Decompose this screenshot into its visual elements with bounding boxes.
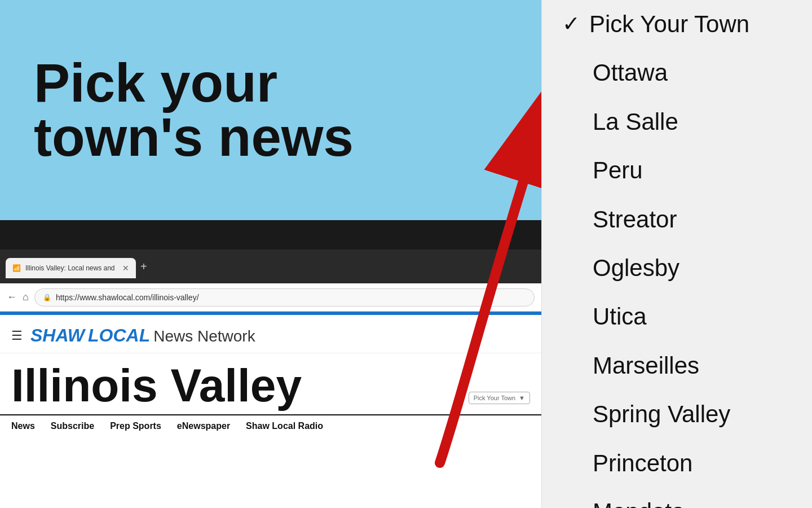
dropdown-overlay: ✓Pick Your TownOttawaLa SallePeruStreato… <box>541 0 812 508</box>
dropdown-list: ✓Pick Your TownOttawaLa SallePeruStreato… <box>542 0 812 508</box>
nav-item-news[interactable]: News <box>11 421 35 431</box>
page-title-area: Illinois Valley Pick Your Town ▼ <box>0 353 541 414</box>
nav-item-enewspaper[interactable]: eNewspaper <box>177 421 230 431</box>
address-bar[interactable]: 🔒 https://www.shawlocal.com/illinois-val… <box>34 288 535 306</box>
back-button[interactable]: ← <box>7 291 17 303</box>
logo-shaw-text: SHAW <box>30 325 85 346</box>
dropdown-item-label: Mendota <box>593 498 685 508</box>
dropdown-item-label: Princeton <box>593 449 692 478</box>
nav-item-subscribe[interactable]: Subscribe <box>51 421 94 431</box>
hero-line2: town's news <box>34 110 354 164</box>
nav-item-prep-sports[interactable]: Prep Sports <box>110 421 161 431</box>
site-nav: News Subscribe Prep Sports eNewspaper Sh… <box>0 414 541 437</box>
pick-town-label: Pick Your Town <box>474 395 515 401</box>
wifi-icon: 📶 <box>12 264 21 272</box>
dropdown-arrow-icon: ▼ <box>519 395 525 401</box>
dropdown-item-7[interactable]: Marseilles <box>542 341 812 390</box>
dropdown-item-label: Marseilles <box>593 352 699 380</box>
dropdown-item-0[interactable]: ✓Pick Your Town <box>542 0 812 49</box>
site-content: ☰ SHAW LOCAL News Network Illinois Valle… <box>0 312 541 437</box>
dropdown-item-label: Oglesby <box>593 254 679 282</box>
dropdown-item-label: Utica <box>593 303 647 331</box>
dropdown-item-label: Peru <box>593 156 643 185</box>
dropdown-item-5[interactable]: Oglesby <box>542 244 812 292</box>
hero-banner: Pick your town's news <box>0 0 541 220</box>
hero-text: Pick your town's news <box>34 56 354 164</box>
dropdown-item-label: Spring Valley <box>593 400 730 428</box>
checkmark-icon: ✓ <box>562 11 580 37</box>
browser-area: Pick your town's news 📶 Illinois Valley:… <box>0 0 541 508</box>
dropdown-item-label: Pick Your Town <box>589 10 749 38</box>
logo-rest-text: News Network <box>153 327 255 345</box>
dropdown-item-3[interactable]: Peru <box>542 146 812 195</box>
browser-chrome: 📶 Illinois Valley: Local news and sp ✕ + <box>0 249 541 283</box>
dark-bar <box>0 220 541 249</box>
dropdown-item-label: La Salle <box>593 108 678 136</box>
dropdown-item-9[interactable]: Princeton <box>542 439 812 488</box>
hamburger-menu-icon[interactable]: ☰ <box>11 329 23 343</box>
home-button[interactable]: ⌂ <box>23 291 29 303</box>
tab-title: Illinois Valley: Local news and sp <box>25 264 116 272</box>
dropdown-item-label: Streator <box>593 205 677 234</box>
dropdown-item-6[interactable]: Utica <box>542 292 812 341</box>
page-title: Illinois Valley <box>11 362 302 409</box>
dropdown-item-4[interactable]: Streator <box>542 195 812 244</box>
new-tab-button[interactable]: + <box>140 260 147 273</box>
hero-line1: Pick your <box>34 56 354 110</box>
url-text: https://www.shawlocal.com/illinois-valle… <box>56 293 199 302</box>
site-header: ☰ SHAW LOCAL News Network <box>0 315 541 353</box>
logo-local-text: LOCAL <box>88 325 150 346</box>
browser-tab[interactable]: 📶 Illinois Valley: Local news and sp ✕ <box>6 258 136 278</box>
dropdown-item-10[interactable]: Mendota <box>542 488 812 508</box>
dropdown-item-label: Ottawa <box>593 59 668 87</box>
pick-town-widget[interactable]: Pick Your Town ▼ <box>469 392 530 404</box>
nav-item-radio[interactable]: Shaw Local Radio <box>246 421 323 431</box>
site-logo: SHAW LOCAL News Network <box>30 325 255 346</box>
dropdown-item-8[interactable]: Spring Valley <box>542 390 812 439</box>
dropdown-item-2[interactable]: La Salle <box>542 98 812 146</box>
security-icon: 🔒 <box>43 294 51 301</box>
address-bar-row: ← ⌂ 🔒 https://www.shawlocal.com/illinois… <box>0 283 541 312</box>
dropdown-item-1[interactable]: Ottawa <box>542 49 812 97</box>
tab-close-button[interactable]: ✕ <box>122 264 129 273</box>
